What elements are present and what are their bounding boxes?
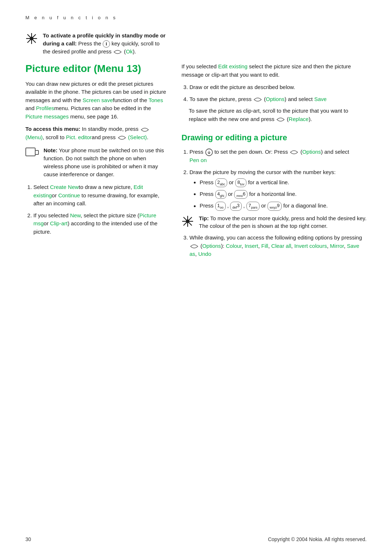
key-1oo: 1oo xyxy=(215,202,226,210)
drawing-list-item-1: Press to set the pen down. Or: Press (Op… xyxy=(189,148,367,165)
options-label-1: Options xyxy=(266,96,285,102)
fill-option: Fill xyxy=(261,243,268,249)
create-new-link: Create New xyxy=(50,184,79,190)
colour-option: Colour xyxy=(226,243,241,249)
list-item-2: If you selected New, select the picture … xyxy=(33,211,167,236)
drawing-list-item-3: While drawing, you can access the follow… xyxy=(189,234,367,258)
left-column: Picture editor (Menu 13) You can draw ne… xyxy=(25,63,167,239)
pict-editor-link: Pict. editor xyxy=(66,134,92,140)
continue-link: Continue xyxy=(58,192,80,198)
new-link: New xyxy=(70,212,81,218)
replace-label: Replace xyxy=(289,116,309,122)
bullet-vertical: Press 2abc or 8tuv for a vertical line. xyxy=(200,178,367,187)
mirror-option: Mirror xyxy=(330,243,344,249)
key-2abc: 2abc xyxy=(215,178,228,187)
key-bullets: Press 2abc or 8tuv for a vertical line. … xyxy=(200,178,367,210)
note-box: Note: Your phone must be switched on to … xyxy=(25,146,167,178)
svg-rect-5 xyxy=(26,148,35,156)
star-icon xyxy=(25,32,38,47)
access-menu-paragraph: To access this menu: In standby mode, pr… xyxy=(25,125,167,141)
drawing-list-bottom: While drawing, you can access the follow… xyxy=(189,234,367,258)
key-7pars: 7pars xyxy=(246,202,260,210)
drawing-tip-block: Tip: To move the cursor more quickly, pr… xyxy=(181,214,367,230)
activate-profile-tip: To activate a profile quickly in standby… xyxy=(25,32,167,56)
section-title: Picture editor (Menu 13) xyxy=(25,63,167,75)
right-column: If you selected Edit existing select the… xyxy=(181,63,367,262)
pen-on-label: Pen on xyxy=(189,157,207,163)
note-icon xyxy=(25,148,39,160)
select-label: (Select) xyxy=(128,134,147,140)
edit-existing-right: Edit existing xyxy=(218,63,248,69)
header-title: M e n u f u n c t i o n s xyxy=(25,15,117,20)
tones-link: Tones xyxy=(148,97,163,103)
list-item-4: To save the picture, press (Options) and… xyxy=(189,95,367,104)
key-4ghi: 4ghi xyxy=(215,190,226,199)
picture-messages-link: Picture messages xyxy=(25,113,69,120)
page-number: 30 xyxy=(25,536,31,543)
copyright-text: Copyright © 2004 Nokia. All rights reser… xyxy=(268,536,367,543)
drawing-section-heading: Drawing or editing a picture xyxy=(181,132,367,144)
save-as-clip-art-para: To save the picture as clip-art, scroll … xyxy=(189,107,367,123)
top-paragraph: If you selected Edit existing select the… xyxy=(181,63,367,79)
page-header: M e n u f u n c t i o n s xyxy=(25,15,367,21)
menu-label: (Menu) xyxy=(25,134,43,140)
clip-art-link: Clip-art xyxy=(50,220,68,226)
undo-option: Undo xyxy=(198,251,211,257)
tip-content: Tip: To move the cursor more quickly, pr… xyxy=(199,214,367,230)
key-wxyz9: wxyz9 xyxy=(268,202,282,210)
activate-profile-text: To activate a profile quickly in standby… xyxy=(43,32,167,56)
profiles-link: Profiles xyxy=(36,105,54,111)
key-def3: def3 xyxy=(230,202,242,210)
right-col-list-top: Draw or edit the picture as described be… xyxy=(189,83,367,103)
left-col-list: Select Create Newto draw a new picture, … xyxy=(33,183,167,236)
key-8tuv: 8tuv xyxy=(235,178,246,187)
drawing-list: Press to set the pen down. Or: Press (Op… xyxy=(189,148,367,210)
clear-all-option: Clear all xyxy=(271,243,291,249)
list-item-3: Draw or edit the picture as described be… xyxy=(189,83,367,92)
save-label: Save xyxy=(314,96,327,102)
invert-option: Invert colours xyxy=(294,243,327,249)
options-label-3: Options xyxy=(202,243,221,249)
tip-star-icon xyxy=(181,215,194,230)
footer: 30 Copyright © 2004 Nokia. All rights re… xyxy=(25,536,367,543)
bullet-horizontal: Press 4ghi or mno6 for a horizontal line… xyxy=(200,190,367,199)
info-icon: i xyxy=(103,40,110,48)
key-mno6: mno6 xyxy=(234,190,248,199)
main-content: Picture editor (Menu 13) You can draw ne… xyxy=(25,63,367,262)
ok-label: Ok xyxy=(126,48,133,55)
list-item-1: Select Create Newto draw a new picture, … xyxy=(33,183,167,208)
intro-paragraph: You can draw new pictures or edit the pr… xyxy=(25,80,167,121)
screen-save-link: Screen save xyxy=(83,97,113,103)
bullet-diagonal: Press 1oo , def3 , 7pars or wxyz9 for a … xyxy=(200,202,367,210)
insert-option: Insert xyxy=(245,243,258,249)
note-text: Note: Your phone must be switched on to … xyxy=(44,146,167,178)
page: M e n u f u n c t i o n s To activate a … xyxy=(0,0,392,556)
drawing-list-item-2: Draw the picture by moving the cursor wi… xyxy=(189,168,367,211)
options-label-2: Options xyxy=(302,149,321,155)
